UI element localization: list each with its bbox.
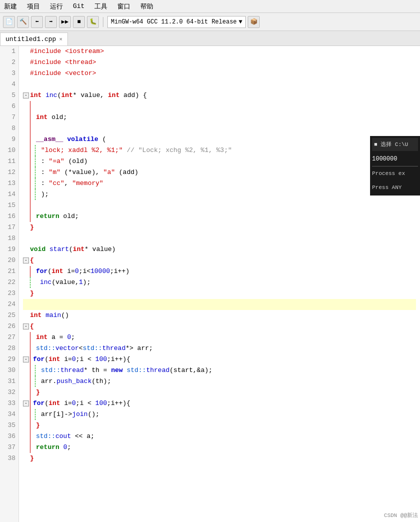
build-button[interactable]: 🔨 (17, 16, 29, 28)
menu-help[interactable]: 帮助 (138, 2, 155, 12)
code-line-28: std::vector<std::thread*> arr; (23, 343, 416, 354)
ln-6: 6 (0, 101, 18, 112)
ln-35: 35 (0, 420, 18, 431)
ln-9: 9 (0, 134, 18, 145)
terminal-title: 选择 C:\U (381, 142, 408, 148)
ln-19: 19 (0, 244, 18, 255)
ln-23: 23 (0, 288, 18, 299)
compiler-label: MinGW-w64 GCC 11.2.0 64-bit Release (111, 18, 237, 26)
code-line-17: } (23, 222, 416, 233)
terminal-overlay: ■ 选择 C:\U 1000000 Process ex Press ANY (370, 136, 420, 196)
code-line-3: #include <vector> (23, 68, 416, 79)
code-line-29: -for(int i=0;i < 100;i++){ (23, 354, 416, 365)
ln-17: 17 (0, 222, 18, 233)
ln-33: 33 (0, 398, 18, 409)
stop-button[interactable]: ■ (73, 16, 85, 28)
tab-close-button[interactable]: × (59, 36, 62, 42)
terminal-output-1: 1000000 (372, 153, 418, 165)
ln-30: 30 (0, 365, 18, 376)
code-line-4 (23, 79, 416, 90)
ln-27: 27 (0, 332, 18, 343)
code-line-21: for(int i=0;i<10000;i++) (23, 266, 416, 277)
code-line-10: "lock; xaddl %2, %1;" // "Lock; xchg %2,… (23, 145, 416, 156)
code-line-14: ); (23, 189, 416, 200)
code-line-27: int a = 0; (23, 332, 416, 343)
code-line-15 (23, 200, 416, 211)
code-line-19: void start(int* value) (23, 244, 416, 255)
ln-13: 13 (0, 178, 18, 189)
code-line-9: __asm__ volatile ( (23, 134, 416, 145)
terminal-divider (372, 166, 418, 166)
run-button[interactable]: ▶▶ (59, 16, 71, 28)
menubar: 新建 项目 运行 Git 工具 窗口 帮助 (0, 0, 420, 13)
package-button[interactable]: 📦 (248, 16, 260, 28)
code-line-38: } (23, 453, 416, 464)
ln-26: 26 (0, 321, 18, 332)
ln-21: 21 (0, 266, 18, 277)
toolbar: 📄 🔨 ⬅ ➡ ▶▶ ■ 🐛 MinGW-w64 GCC 11.2.0 64-b… (0, 13, 420, 31)
indent-right-button[interactable]: ➡ (45, 16, 57, 28)
ln-28: 28 (0, 343, 18, 354)
terminal-titlebar: ■ 选择 C:\U (372, 138, 418, 151)
menu-window[interactable]: 窗口 (115, 2, 132, 12)
new-file-button[interactable]: 📄 (3, 16, 15, 28)
ln-24: 24 (0, 299, 18, 310)
fold-btn-26[interactable]: - (23, 324, 29, 330)
ln-31: 31 (0, 376, 18, 387)
code-line-31: arr.push_back(th); (23, 376, 416, 387)
ln-34: 34 (0, 409, 18, 420)
code-line-30: std::thread* th = new std::thread(start,… (23, 365, 416, 376)
ln-16: 16 (0, 211, 18, 222)
ln-38: 38 (0, 453, 18, 464)
file-tab[interactable]: untitled1.cpp × (0, 32, 68, 46)
code-line-36: std::cout << a; (23, 431, 416, 442)
code-line-32: } (23, 387, 416, 398)
ln-7: 7 (0, 112, 18, 123)
debug-button[interactable]: 🐛 (87, 16, 99, 28)
code-line-20: -{ (23, 255, 416, 266)
code-line-12: : "m" (*value), "a" (add) (23, 167, 416, 178)
code-line-8 (23, 123, 416, 134)
code-line-33: -for(int i=0;i < 100;i++){ (23, 398, 416, 409)
code-line-26: -{ (23, 321, 416, 332)
code-line-13: : "cc", "memory" (23, 178, 416, 189)
ln-20: 20 (0, 255, 18, 266)
tab-filename: untitled1.cpp (5, 36, 56, 43)
code-line-2: #include <thread> (23, 57, 416, 68)
code-area[interactable]: #include <iostream> #include <thread> #i… (19, 46, 420, 522)
ln-29: 29 (0, 354, 18, 365)
code-line-7: int old; (23, 112, 416, 123)
code-line-35: } (23, 420, 416, 431)
code-line-6 (23, 101, 416, 112)
ln-18: 18 (0, 233, 18, 244)
fold-btn-33[interactable]: - (23, 400, 29, 406)
ln-3: 3 (0, 68, 18, 79)
line-numbers: 1 2 3 4 5 6 7 8 9 10 11 12 13 14 15 16 1… (0, 46, 19, 522)
code-line-25: int main() (23, 310, 416, 321)
fold-btn-5[interactable]: - (23, 92, 29, 98)
fold-btn-20[interactable]: - (23, 258, 29, 264)
compiler-dropdown[interactable]: MinGW-w64 GCC 11.2.0 64-bit Release ▼ (107, 16, 246, 28)
indent-left-button[interactable]: ⬅ (31, 16, 43, 28)
ln-22: 22 (0, 277, 18, 288)
ln-4: 4 (0, 79, 18, 90)
ln-1: 1 (0, 46, 18, 57)
menu-tools[interactable]: 工具 (92, 2, 109, 12)
code-line-22: inc(value,1); (23, 277, 416, 288)
code-line-23: } (23, 288, 416, 299)
watermark: CSDN @@新法 (384, 510, 418, 521)
code-line-1: #include <iostream> (23, 46, 416, 57)
ln-15: 15 (0, 200, 18, 211)
ln-14: 14 (0, 189, 18, 200)
code-line-24 (23, 299, 416, 310)
menu-new[interactable]: 新建 (2, 2, 19, 12)
code-line-16: return old; (23, 211, 416, 222)
menu-run[interactable]: 运行 (48, 2, 65, 12)
dropdown-arrow-icon: ▼ (239, 18, 242, 26)
ln-5: 5 (0, 90, 18, 101)
fold-btn-29[interactable]: - (23, 356, 29, 362)
code-line-5: -int inc(int* value, int add) { (23, 90, 416, 101)
menu-project[interactable]: 项目 (25, 2, 42, 12)
ln-32: 32 (0, 387, 18, 398)
menu-git[interactable]: Git (71, 2, 86, 10)
